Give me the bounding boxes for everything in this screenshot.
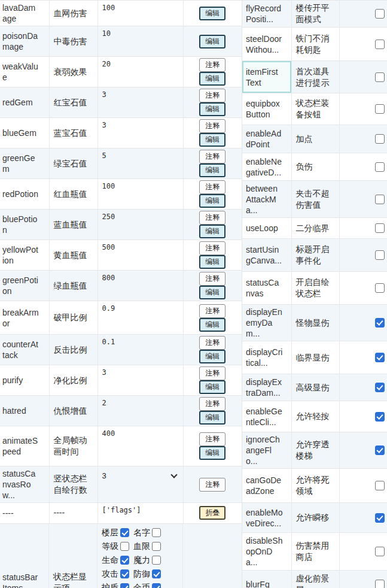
flag-checkbox-cell [339,341,387,374]
flag-row: disableSh opOnD a...伤害禁用 商店 [242,533,387,571]
flag-key: flyRecord Positi... [242,1,291,28]
comment-button[interactable]: 注释 [199,150,226,163]
fold-button[interactable]: 折叠 [199,506,226,520]
comment-button[interactable]: 注释 [199,336,226,350]
flag-desc: 虚化前景 层 [291,571,339,588]
comment-button[interactable]: 注释 [199,478,226,492]
edit-button[interactable]: 编辑 [199,286,226,299]
row-buttons: 注释编辑 [183,179,242,210]
edit-button[interactable]: 编辑 [199,380,226,394]
status-item-checkbox[interactable] [120,556,129,565]
comment-button[interactable]: 注释 [199,211,226,225]
flag-checkbox[interactable] [375,9,385,19]
flag-checkbox[interactable] [375,580,385,588]
row-buttons: 注释 [183,466,242,503]
flag-checkbox[interactable] [375,223,385,233]
setting-value: 250 [102,213,115,221]
setting-key: purify [0,365,49,396]
status-item: 金币 [133,582,161,588]
status-item-label: 防御 [133,568,150,580]
edit-button[interactable]: 编辑 [199,72,226,86]
flag-checkbox[interactable] [375,547,385,556]
status-item-checkbox[interactable] [152,583,161,588]
edit-button[interactable]: 编辑 [199,194,226,208]
flag-checkbox[interactable] [375,383,385,392]
flag-checkbox[interactable] [375,445,385,455]
flag-key: startUsin gCanva... [242,239,291,272]
flag-key: displayCri tical... [242,341,291,374]
flag-checkbox-cell [339,305,387,341]
setting-key: redGem [0,87,49,118]
flag-checkbox[interactable] [375,195,385,204]
edit-button[interactable]: 编辑 [199,411,226,425]
flag-checkbox[interactable] [375,513,385,523]
setting-value: 3 [102,121,106,129]
comment-button[interactable]: 注释 [199,119,226,133]
flag-checkbox[interactable] [375,318,385,328]
flag-checkbox[interactable] [375,481,385,490]
comment-button[interactable]: 注释 [199,241,226,255]
flag-checkbox[interactable] [375,134,385,144]
setting-row: blueGem蓝宝石值3注释编辑 [0,118,242,148]
setting-row: greenPoti on绿血瓶值800注释编辑 [0,271,242,301]
status-item-checkbox[interactable] [152,542,161,551]
status-item-checkbox[interactable] [120,528,129,537]
edit-button[interactable]: 编辑 [199,318,226,332]
status-item-label: 生命 [102,554,118,566]
comment-button[interactable]: 注释 [199,58,226,72]
flag-checkbox[interactable] [375,104,385,114]
status-item-checkbox[interactable] [120,583,129,588]
setting-key: poisonDa mage [0,26,49,57]
edit-button[interactable]: 编辑 [199,7,226,20]
status-item-checkbox[interactable] [120,542,129,551]
flag-key: useLoop [242,218,291,239]
setting-row: --------['flags']折叠 [0,503,242,523]
comment-button[interactable]: 注释 [199,432,226,446]
setting-desc: 血网伤害 [49,1,97,26]
flag-desc: 加点 [291,125,339,153]
flag-checkbox[interactable] [375,72,385,82]
comment-button[interactable]: 注释 [199,304,226,318]
status-item-checkbox[interactable] [152,528,161,537]
flag-checkbox[interactable] [375,412,385,422]
setting-value: 400 [102,429,115,438]
setting-value-cell: 100 [97,179,183,210]
setting-value: 500 [102,243,115,251]
setting-row: greenGe m绿宝石值5注释编辑 [0,148,242,179]
edit-button[interactable]: 编辑 [199,446,226,460]
status-item: 生命 [102,554,129,566]
edit-button[interactable]: 编辑 [199,350,226,363]
flag-key: enableAd dPoint [242,125,291,153]
edit-button[interactable]: 编辑 [199,163,226,177]
flag-checkbox[interactable] [375,162,385,172]
row-buttons: 注释编辑 [183,365,242,396]
flag-key: enableNe gativeD... [242,153,291,181]
status-item: 护盾 [102,582,129,588]
status-item: 血限 [133,541,161,552]
edit-button[interactable]: 编辑 [199,255,226,269]
flag-checkbox[interactable] [375,283,385,293]
edit-button[interactable]: 编辑 [199,133,226,147]
flag-checkbox[interactable] [375,353,385,362]
comment-button[interactable]: 注释 [199,272,226,286]
comment-button[interactable]: 注释 [199,366,226,380]
edit-button[interactable]: 编辑 [199,102,226,116]
edit-button[interactable]: 编辑 [199,35,226,49]
edit-button[interactable]: 编辑 [199,225,226,238]
comment-button[interactable]: 注释 [199,397,226,411]
status-item-checkbox[interactable] [120,569,129,578]
status-item-checkbox[interactable] [152,569,161,578]
flag-checkbox[interactable] [375,40,385,49]
status-item-label: 攻击 [102,568,118,580]
setting-desc: 破甲比例 [49,301,97,335]
flag-row: steelDoor Withou...铁门不消 耗钥匙 [242,28,387,61]
setting-value: 2 [102,399,106,407]
status-item-checkbox[interactable] [152,556,161,565]
setting-desc: 净化比例 [49,365,97,396]
comment-button[interactable]: 注释 [199,180,226,194]
status-canvas-rows-select[interactable]: 3 [102,469,180,480]
flag-desc: 状态栏装 备按钮 [291,93,339,125]
flag-row: itemFirst Text首次道具 进行提示 [242,61,387,93]
comment-button[interactable]: 注释 [199,89,226,102]
flag-checkbox[interactable] [375,250,385,260]
